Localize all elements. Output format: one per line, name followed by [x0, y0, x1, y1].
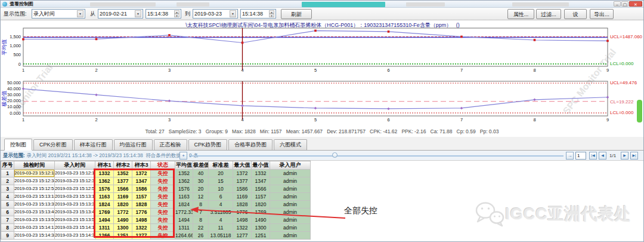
data-point[interactable]: [22, 38, 24, 41]
chevron-down-icon[interactable]: ▼: [135, 10, 141, 17]
table-cell[interactable]: 1332: [95, 170, 114, 177]
table-cell[interactable]: 1362: [95, 177, 114, 185]
table-cell[interactable]: 1322: [132, 224, 151, 232]
display-range-select[interactable]: 录入时间 ▼: [32, 9, 85, 19]
table-cell[interactable]: 40: [193, 170, 209, 177]
table-cell[interactable]: 1157: [252, 193, 270, 201]
table-cell[interactable]: 1828: [233, 201, 252, 209]
table-cell[interactable]: 1586: [233, 185, 252, 193]
table-cell[interactable]: admin: [270, 201, 311, 209]
data-point[interactable]: [534, 39, 536, 41]
data-point[interactable]: [460, 36, 463, 38]
table-row[interactable]: 22019-03-23 15:12:342019-03-23 15:12:341…: [1, 177, 311, 185]
table-cell[interactable]: 6: [1, 209, 14, 216]
table-cell[interactable]: 失控: [151, 193, 175, 201]
table-cell[interactable]: 2019-03-23 15:13:35: [14, 201, 55, 209]
table-cell[interactable]: 1377: [114, 177, 132, 185]
next-page-button[interactable]: ▶: [621, 152, 628, 160]
table-cell[interactable]: admin: [270, 177, 311, 185]
toolbar-button-1[interactable]: 过滤...: [536, 9, 561, 19]
column-header[interactable]: 最大值: [233, 161, 252, 170]
column-header[interactable]: 最小值: [252, 161, 270, 170]
spinner-arrows-icon[interactable]: ▲▼: [269, 10, 274, 17]
data-point[interactable]: [314, 30, 317, 32]
column-header[interactable]: 标准差: [209, 161, 233, 170]
table-cell[interactable]: admin: [270, 216, 311, 224]
table-cell[interactable]: 12: [193, 193, 209, 201]
column-header[interactable]: 平均值: [175, 161, 193, 170]
table-cell[interactable]: 1824: [95, 201, 114, 209]
table-cell[interactable]: 失控: [151, 177, 175, 185]
table-row[interactable]: 42019-03-23 15:13:182019-03-23 15:13:181…: [1, 193, 311, 201]
data-point[interactable]: [314, 107, 317, 110]
table-row[interactable]: 92019-03-23 15:14:382019-03-23 15:14:381…: [1, 232, 311, 240]
table-cell[interactable]: 1169: [114, 193, 132, 201]
table-cell[interactable]: 失控: [151, 216, 175, 224]
table-cell[interactable]: 1776: [132, 209, 151, 216]
data-point[interactable]: [388, 30, 390, 33]
table-cell[interactable]: 8: [193, 216, 209, 224]
table-row[interactable]: 82019-03-23 15:14:132019-03-23 15:14:131…: [1, 224, 311, 232]
table-cell[interactable]: 1352: [175, 170, 193, 177]
data-point[interactable]: [242, 42, 244, 44]
table-cell[interactable]: 22: [193, 224, 209, 232]
table-cell[interactable]: 1277: [233, 232, 252, 240]
table-cell[interactable]: 4: [209, 201, 233, 209]
table-cell[interactable]: 失控: [151, 201, 175, 209]
to-date-select[interactable]: 2019-03-23 ▼: [193, 9, 238, 19]
table-cell[interactable]: 4: [1, 193, 14, 201]
table-cell[interactable]: 1828: [132, 201, 151, 209]
table-cell[interactable]: 1332: [252, 170, 270, 177]
column-header[interactable]: 录入时间: [55, 161, 95, 170]
table-cell[interactable]: 20: [209, 170, 233, 177]
table-cell[interactable]: 1490: [252, 216, 270, 224]
refresh-button[interactable]: 刷新: [281, 9, 312, 19]
table-cell[interactable]: 2019-03-23 15:12:16: [55, 170, 95, 177]
table-cell[interactable]: 1772.33: [175, 209, 193, 216]
table-cell[interactable]: 1311: [95, 224, 114, 232]
table-cell[interactable]: 2019-03-23 15:14:38: [14, 232, 55, 240]
table-cell[interactable]: 2019-03-23 15:13:18: [55, 193, 95, 201]
table-cell[interactable]: 1576: [95, 185, 114, 193]
table-cell[interactable]: admin: [270, 185, 311, 193]
table-cell[interactable]: 1251: [252, 232, 270, 240]
column-header[interactable]: 状态: [151, 161, 175, 170]
table-cell[interactable]: 2019-03-23 15:12:16: [14, 170, 55, 177]
toolbar-button-0[interactable]: 属性...: [507, 9, 534, 19]
table-cell[interactable]: 3: [1, 185, 14, 193]
data-point[interactable]: [387, 108, 390, 111]
table-cell[interactable]: 2019-03-23 15:12:34: [55, 177, 95, 185]
table-cell[interactable]: 1490: [114, 216, 132, 224]
tab-7[interactable]: 六图模式: [274, 139, 307, 150]
data-point[interactable]: [606, 96, 609, 99]
table-row[interactable]: 12019-03-23 15:12:162019-03-23 15:12:161…: [1, 170, 311, 177]
table-cell[interactable]: 2019-03-23 15:14:38: [55, 232, 95, 240]
prev-page-button[interactable]: ◀: [599, 152, 606, 160]
close-button[interactable]: ✕: [629, 1, 642, 7]
table-cell[interactable]: 2019-03-23 15:13:18: [14, 193, 55, 201]
column-header[interactable]: 录入用户: [270, 161, 311, 170]
table-cell[interactable]: 1769: [252, 209, 270, 216]
table-row[interactable]: 62019-03-23 15:13:462019-03-23 15:13:461…: [1, 209, 311, 216]
to-time-spinner[interactable]: 15:14:38 ▲▼: [240, 9, 276, 19]
table-cell[interactable]: 1566: [114, 185, 132, 193]
table-cell[interactable]: 1300: [252, 224, 270, 232]
table-cell[interactable]: 1494: [95, 216, 114, 224]
table-cell[interactable]: 1372: [132, 170, 151, 177]
table-cell[interactable]: 2019-03-23 15:14:13: [14, 224, 55, 232]
chevron-down-icon[interactable]: ▼: [77, 10, 83, 17]
table-cell[interactable]: 失控: [151, 224, 175, 232]
table-cell[interactable]: 8: [1, 224, 14, 232]
table-cell[interactable]: 1820: [114, 201, 132, 209]
range-slider-handle[interactable]: [332, 152, 338, 158]
table-cell[interactable]: 3.511885: [209, 209, 233, 216]
table-cell[interactable]: 11: [209, 224, 233, 232]
table-cell[interactable]: 5: [1, 201, 14, 209]
table-cell[interactable]: 1311: [175, 224, 193, 232]
table-cell[interactable]: 1769: [95, 209, 114, 216]
toolbar-button-3[interactable]: 导出...: [590, 9, 614, 19]
column-header[interactable]: 样本2: [114, 161, 132, 170]
table-cell[interactable]: 2019-03-23 15:13:35: [55, 201, 95, 209]
column-header[interactable]: 样本1: [95, 161, 114, 170]
table-cell[interactable]: 失控: [151, 185, 175, 193]
